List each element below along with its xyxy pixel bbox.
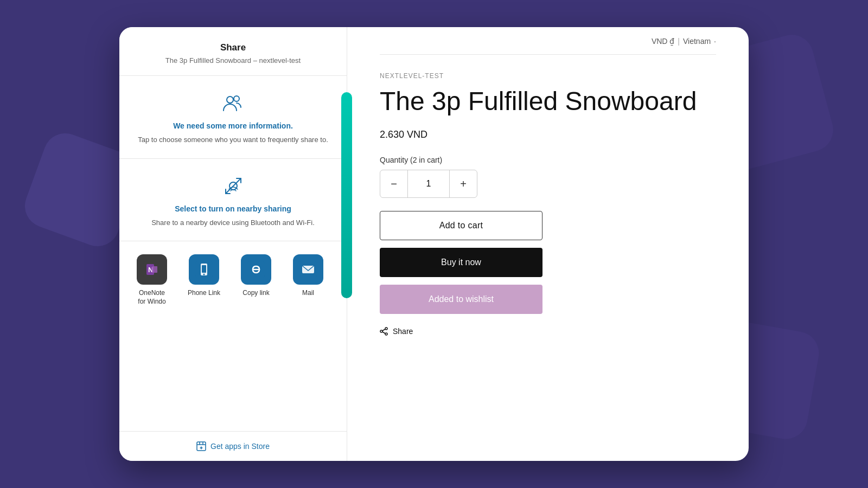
share-subtitle: The 3p Fulfilled Snowboard – nextlevel-t… (130, 56, 336, 65)
onenote-icon: N (137, 254, 167, 285)
copylink-icon (241, 254, 271, 285)
buy-now-button[interactable]: Buy it now (380, 248, 542, 277)
svg-point-1 (234, 96, 239, 101)
svg-point-18 (380, 330, 382, 332)
product-title: The 3p Fulfilled Snowboard (380, 86, 716, 116)
quantity-control: − 1 + (380, 170, 477, 198)
currency-label: VND ₫ (652, 37, 674, 46)
svg-rect-9 (202, 265, 206, 273)
add-to-cart-button[interactable]: Add to cart (380, 211, 542, 240)
mail-icon (293, 254, 323, 285)
dot-separator: · (714, 37, 716, 46)
topbar: VND ₫ | Vietnam · (380, 27, 716, 55)
product-panel: VND ₫ | Vietnam · NEXTLEVEL-TEST The 3p … (347, 27, 749, 461)
nearby-desc: Share to a nearby device using Bluetooth… (130, 217, 336, 228)
country-label: Vietnam (683, 37, 711, 46)
separator: | (678, 37, 680, 46)
share-icon (380, 327, 388, 336)
product-share-link[interactable]: Share (380, 327, 716, 336)
phonelink-label: Phone Link (188, 289, 220, 298)
nearby-share-icon (130, 174, 336, 198)
phonelink-icon (189, 254, 219, 285)
quantity-decrease-button[interactable]: − (380, 170, 407, 197)
mail-label: Mail (302, 289, 314, 298)
svg-point-17 (385, 333, 387, 335)
people-icon (130, 91, 336, 115)
svg-line-19 (382, 329, 385, 331)
quantity-increase-button[interactable]: + (450, 170, 477, 197)
svg-point-0 (227, 97, 233, 103)
share-panel: Share The 3p Fulfilled Snowboard – nextl… (119, 27, 347, 461)
svg-point-16 (385, 328, 387, 330)
svg-point-10 (203, 274, 205, 275)
app-item-mail[interactable]: Mail (286, 254, 330, 306)
more-info-desc: Tap to choose someone who you want to fr… (130, 134, 336, 145)
nearby-title: Select to turn on nearby sharing (130, 204, 336, 213)
quantity-label: Quantity (2 in cart) (380, 156, 716, 164)
svg-line-20 (382, 332, 385, 333)
onenote-label: OneNotefor Windo (138, 289, 165, 306)
wishlist-button[interactable]: Added to wishlist (380, 285, 542, 314)
app-item-phonelink[interactable]: Phone Link (182, 254, 226, 306)
app-item-onenote[interactable]: N OneNotefor Windo (130, 254, 174, 306)
quantity-value: 1 (407, 170, 450, 197)
get-apps-label: Get apps in Store (210, 442, 270, 451)
svg-rect-6 (152, 266, 157, 273)
share-apps-list: N OneNotefor Windo Phone Link (119, 241, 347, 319)
more-info-title: We need some more information. (130, 121, 336, 130)
currency-info: VND ₫ | Vietnam · (652, 37, 716, 46)
copylink-label: Copy link (242, 289, 269, 298)
main-card: Share The 3p Fulfilled Snowboard – nextl… (119, 27, 749, 461)
share-label: Share (393, 327, 413, 336)
share-title: Share (130, 42, 336, 53)
store-icon (196, 441, 206, 451)
app-item-copylink[interactable]: Copy link (234, 254, 278, 306)
product-brand: NEXTLEVEL-TEST (380, 72, 716, 80)
more-info-section[interactable]: We need some more information. Tap to ch… (119, 76, 347, 159)
share-header: Share The 3p Fulfilled Snowboard – nextl… (119, 27, 347, 76)
nearby-sharing-section[interactable]: Select to turn on nearby sharing Share t… (119, 159, 347, 242)
get-apps-footer[interactable]: Get apps in Store (119, 431, 347, 461)
product-price: 2.630 VND (380, 129, 716, 140)
